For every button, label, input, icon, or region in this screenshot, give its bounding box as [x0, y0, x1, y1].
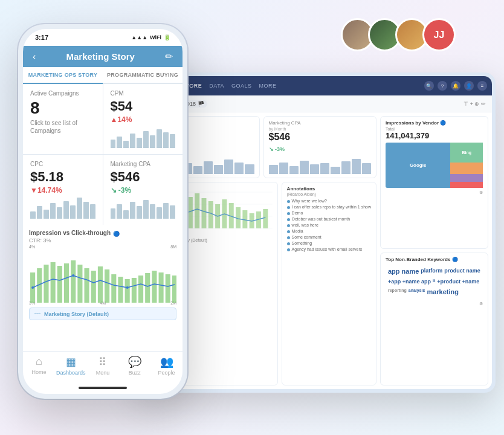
- cpc-change: ▼14.74%: [30, 186, 62, 195]
- nav-dashboards[interactable]: ▦ Dashboards: [55, 355, 87, 376]
- people-icon: 👥: [160, 355, 173, 369]
- ann-item-8: Something: [287, 241, 371, 245]
- signal-icon: ▲▲▲: [131, 34, 147, 40]
- bar: [362, 163, 371, 174]
- phone-title: Marketing Story: [36, 51, 165, 62]
- cpm-card: CPM $54 ▲14%: [103, 84, 183, 154]
- tablet-main-content: CPC by Month $5.18 ▲14.74%: [143, 112, 492, 389]
- avatar-jj: JJ: [422, 18, 456, 51]
- chart-title: Impression vs Click-through: [29, 230, 111, 236]
- vendor-other2-bar: [450, 174, 483, 182]
- cpc-label: CPC: [30, 161, 95, 167]
- notifications-icon[interactable]: 🔔: [451, 81, 460, 91]
- search-icon[interactable]: 🔍: [424, 81, 434, 91]
- nav-buzz[interactable]: 💬 Buzz: [118, 355, 150, 376]
- svg-rect-25: [57, 266, 62, 303]
- tablet-screen: BUZZ APPSTORE DATA GOALS MORE 🔍 ? 🔔 👤 ≡ …: [143, 76, 492, 389]
- chart-legend-bar: 〰 Marketing Story (Default): [29, 308, 176, 320]
- tablet-annotations-card: Annotations (Ricardo Albon) Why were we …: [282, 182, 376, 385]
- tablet-right-panel: Impressions by Vendor 🔵 Total 141,041,37…: [380, 112, 492, 389]
- menu-dots-icon: ⠿: [99, 355, 106, 369]
- ann-item-6: Media: [287, 229, 371, 233]
- kw-marketing: marketing: [427, 288, 459, 297]
- tablet-nav-more[interactable]: MORE: [259, 83, 277, 89]
- vendor-other3-bar: [450, 182, 483, 188]
- status-time: 3:17: [35, 34, 48, 41]
- user-avatar-icon[interactable]: 👤: [464, 81, 474, 91]
- svg-rect-28: [77, 265, 82, 303]
- nav-people-label: People: [158, 370, 175, 376]
- kw-app-plus: +app +name app: [388, 278, 431, 286]
- impressions-title: Impressions by Vendor 🔵: [386, 120, 483, 126]
- svg-rect-35: [125, 279, 130, 303]
- kw-it: it: [433, 278, 435, 286]
- tablet-device: BUZZ APPSTORE DATA GOALS MORE 🔍 ? 🔔 👤 ≡ …: [139, 72, 496, 393]
- active-campaigns-card[interactable]: Active Campaigns 8 Click to see list of …: [23, 84, 103, 154]
- bar: [224, 160, 233, 174]
- active-campaigns-label: Active Campaigns: [30, 90, 95, 97]
- tab-programmatic[interactable]: PROGRAMMATIC BUYING: [103, 67, 183, 83]
- kw-app-name: app name: [388, 267, 419, 276]
- bar: [289, 166, 299, 175]
- vendor-settings-icon[interactable]: ⚙: [386, 190, 483, 195]
- cpa-card: Marketing CPA $546 ↘ -3%: [103, 155, 183, 225]
- home-bar: [79, 387, 127, 389]
- active-campaigns-sub: Click to see list of Campaigns: [30, 119, 95, 135]
- ann-item-9: Agency had issues with email servers: [287, 247, 371, 251]
- phone-home-indicator: [23, 382, 183, 394]
- svg-rect-33: [111, 274, 116, 303]
- svg-rect-37: [138, 276, 143, 303]
- bar: [310, 164, 319, 175]
- svg-rect-30: [91, 271, 96, 303]
- keywords-title: Top Non-Branded Keywords 🔵: [386, 257, 483, 262]
- filter-icon[interactable]: ⊤ + ⊕ ✏: [464, 101, 486, 107]
- tablet-cpa-chart: [269, 156, 372, 174]
- kw-reporting: reporting: [388, 288, 407, 297]
- annotations-title: Annotations: [287, 186, 371, 192]
- svg-rect-23: [44, 265, 48, 303]
- phone-header: ‹ Marketing Story ✏: [23, 46, 183, 67]
- chart-axis-labels: 4% 8M: [29, 245, 176, 249]
- tablet-nav-goals[interactable]: GOALS: [231, 83, 252, 89]
- svg-rect-9: [188, 197, 193, 228]
- wifi-icon: WiFi: [150, 34, 161, 40]
- nav-home[interactable]: ⌂ Home: [23, 355, 55, 376]
- tablet-keywords-card: Top Non-Branded Keywords 🔵 app name plat…: [380, 253, 488, 385]
- svg-rect-31: [98, 266, 103, 303]
- svg-rect-24: [51, 262, 56, 303]
- tablet-cpa-subtitle: by Month: [269, 127, 372, 131]
- nav-people[interactable]: 👥 People: [150, 355, 183, 376]
- bar: [245, 164, 254, 175]
- svg-point-45: [126, 286, 129, 289]
- svg-rect-41: [166, 274, 170, 303]
- cpc-value: $5.18: [30, 170, 95, 184]
- kw-platform: platform: [421, 267, 442, 276]
- ann-item-4: October was out busiest month: [287, 217, 371, 221]
- impressions-total-label: Total: [386, 127, 483, 131]
- nav-menu[interactable]: ⠿ Menu: [87, 355, 119, 376]
- nav-menu-label: Menu: [96, 370, 110, 376]
- svg-rect-39: [152, 271, 157, 303]
- tab-marketing-ops[interactable]: MARKETING OPS STORY: [23, 67, 103, 84]
- wave-icon: 〰: [34, 311, 40, 317]
- vendor-stacked-chart: Google Bing: [386, 143, 483, 188]
- keywords-cloud: app name platform product name +app +nam…: [386, 265, 483, 299]
- bar: [341, 161, 351, 174]
- tablet-nav-data[interactable]: DATA: [209, 83, 224, 89]
- cpa-label: Marketing CPA: [111, 161, 176, 167]
- edit-icon[interactable]: ✏: [165, 51, 173, 62]
- bar: [300, 161, 309, 175]
- annotations-subtitle: (Ricardo Albon): [287, 192, 371, 196]
- help-icon[interactable]: ?: [438, 81, 447, 91]
- menu-icon[interactable]: ≡: [477, 81, 487, 91]
- svg-rect-26: [64, 263, 69, 303]
- nav-dashboards-label: Dashboards: [56, 370, 86, 376]
- bar: [234, 163, 244, 175]
- bar: [279, 163, 288, 175]
- phone-tabs: MARKETING OPS STORY PROGRAMMATIC BUYING: [23, 67, 183, 84]
- svg-rect-42: [172, 276, 176, 303]
- impressions-total-value: 141,041,379: [386, 131, 483, 140]
- avatar-group: JJ: [341, 18, 456, 51]
- tablet-subheader: 1 owner 918 🏴 ⊤ + ⊕ ✏: [143, 95, 492, 112]
- keywords-settings-icon[interactable]: ⚙: [386, 301, 483, 306]
